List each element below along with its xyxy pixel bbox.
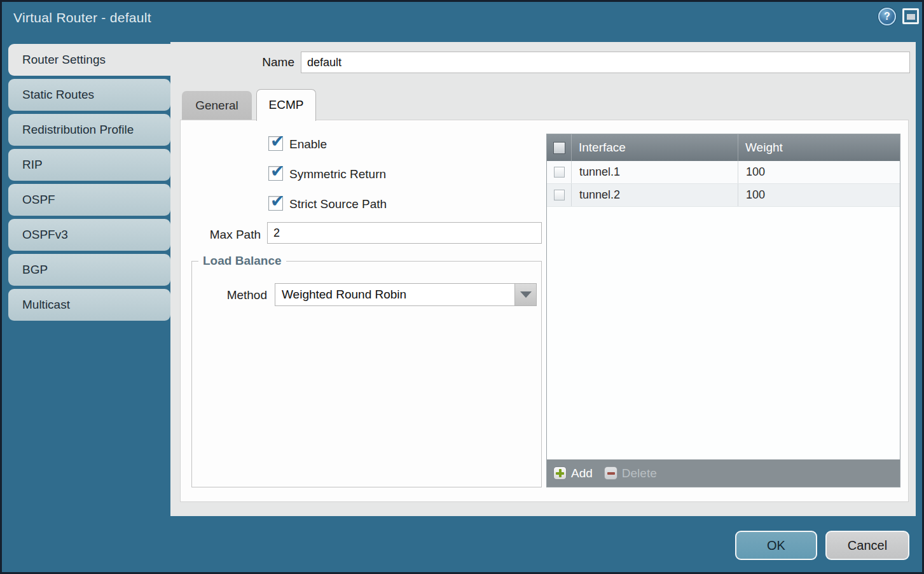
table-header-row: Interface Weight bbox=[547, 134, 900, 161]
tab-ecmp[interactable]: ECMP bbox=[256, 89, 316, 121]
enable-label: Enable bbox=[289, 137, 327, 151]
row-checkbox-cell bbox=[547, 161, 571, 183]
row-checkbox[interactable] bbox=[554, 190, 565, 200]
checkmark-icon: ✔ bbox=[270, 191, 285, 211]
load-balance-legend: Load Balance bbox=[198, 254, 286, 268]
plus-icon bbox=[553, 466, 567, 480]
row-checkbox-cell bbox=[547, 184, 571, 206]
name-input[interactable] bbox=[301, 52, 910, 73]
max-path-input[interactable] bbox=[267, 222, 542, 244]
window-icon-inner-rect bbox=[907, 14, 915, 20]
weight-cell: 100 bbox=[738, 161, 900, 183]
sidebar-item-bgp[interactable]: BGP bbox=[8, 254, 170, 286]
strict-source-path-checkbox[interactable]: ✔ bbox=[268, 196, 283, 211]
cancel-button[interactable]: Cancel bbox=[825, 531, 909, 560]
select-all-checkbox[interactable] bbox=[553, 142, 565, 154]
sidebar-item-router-settings[interactable]: Router Settings bbox=[8, 44, 172, 76]
dialog-title: Virtual Router - default bbox=[13, 10, 151, 25]
window-minimize-icon[interactable] bbox=[902, 8, 919, 24]
interface-cell: tunnel.2 bbox=[571, 184, 738, 206]
ok-button[interactable]: OK bbox=[735, 531, 817, 560]
sidebar-item-multicast[interactable]: Multicast bbox=[8, 289, 170, 321]
help-icon[interactable]: ? bbox=[878, 8, 896, 25]
interface-cell: tunnel.1 bbox=[571, 161, 738, 183]
column-header-weight[interactable]: Weight bbox=[738, 134, 900, 161]
sidebar-item-ospfv3[interactable]: OSPFv3 bbox=[8, 219, 170, 251]
minus-icon bbox=[604, 466, 617, 480]
name-label: Name bbox=[212, 55, 294, 69]
sidebar-item-ospf[interactable]: OSPF bbox=[8, 184, 170, 216]
header-checkbox-cell bbox=[547, 134, 571, 161]
virtual-router-dialog: Virtual Router - default ? Router Settin… bbox=[0, 0, 924, 574]
weight-cell: 100 bbox=[738, 184, 900, 206]
row-checkbox[interactable] bbox=[554, 167, 565, 178]
sidebar-item-rip[interactable]: RIP bbox=[8, 149, 170, 181]
max-path-label: Max Path bbox=[181, 228, 261, 242]
column-header-interface[interactable]: Interface bbox=[571, 134, 738, 161]
delete-button[interactable]: Delete bbox=[604, 466, 657, 480]
method-dropdown[interactable]: Weighted Round Robin bbox=[275, 283, 537, 306]
tab-general[interactable]: General bbox=[182, 91, 252, 120]
table-body-empty-space bbox=[547, 207, 900, 459]
chevron-down-icon bbox=[520, 291, 532, 298]
sidebar-item-redistribution-profile[interactable]: Redistribution Profile bbox=[8, 114, 170, 146]
symmetric-return-label: Symmetric Return bbox=[289, 167, 386, 181]
add-button-label: Add bbox=[571, 466, 593, 480]
table-footer-toolbar: Add Delete bbox=[547, 459, 900, 487]
strict-source-path-label: Strict Source Path bbox=[289, 197, 387, 211]
interface-table: Interface Weight tunnel.1 100 tunnel.2 1… bbox=[546, 134, 900, 487]
sidebar-item-static-routes[interactable]: Static Routes bbox=[8, 79, 170, 111]
method-label: Method bbox=[206, 288, 267, 302]
dropdown-arrow-button[interactable] bbox=[514, 284, 536, 305]
checkmark-icon: ✔ bbox=[270, 131, 285, 151]
symmetric-return-checkbox[interactable]: ✔ bbox=[268, 166, 283, 181]
method-selected-value: Weighted Round Robin bbox=[282, 284, 406, 305]
checkmark-icon: ✔ bbox=[270, 161, 285, 181]
add-button[interactable]: Add bbox=[553, 466, 593, 480]
enable-checkbox[interactable]: ✔ bbox=[268, 136, 283, 151]
table-row[interactable]: tunnel.2 100 bbox=[547, 184, 900, 207]
delete-button-label: Delete bbox=[622, 466, 657, 480]
load-balance-fieldset: Load Balance Method Weighted Round Robin bbox=[191, 254, 542, 487]
ecmp-tab-content: ✔ Enable ✔ Symmetric Return ✔ Strict Sou… bbox=[180, 120, 909, 502]
question-mark-glyph: ? bbox=[884, 11, 890, 22]
table-row[interactable]: tunnel.1 100 bbox=[547, 161, 900, 184]
